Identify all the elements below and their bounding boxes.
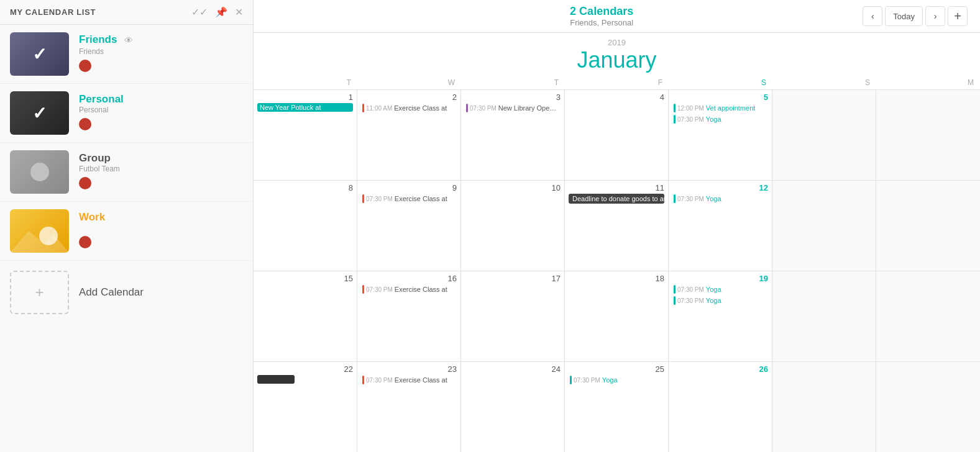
person-icon-group bbox=[30, 163, 49, 181]
event-yoga-jan5[interactable]: 07:30 PM Yoga bbox=[672, 114, 768, 124]
calendar-info-personal: Personal Personal bbox=[79, 93, 243, 133]
event-time: 07:30 PM bbox=[677, 116, 704, 123]
day-10[interactable]: 10 bbox=[461, 181, 565, 271]
calendar-item-personal[interactable]: ✓ Personal Personal bbox=[0, 84, 253, 143]
day-17[interactable]: 17 bbox=[461, 271, 565, 361]
week-row-4: 22 23 07:30 PM Exercise Class at 24 25 bbox=[254, 362, 980, 452]
event-vet-appointment[interactable]: 12:00 PM Vet appointment bbox=[672, 103, 768, 113]
event-bar bbox=[674, 104, 675, 112]
event-yoga-jan19a[interactable]: 07:30 PM Yoga bbox=[672, 284, 768, 294]
day-1[interactable]: 1 New Year Potluck at bbox=[254, 90, 357, 180]
day-18[interactable]: 18 bbox=[565, 271, 669, 361]
day-number-18: 18 bbox=[569, 274, 664, 283]
event-title: New Library Open House bbox=[498, 104, 559, 112]
event-exercise-jan9[interactable]: 07:30 PM Exercise Class at bbox=[361, 194, 457, 204]
event-deadline-donate[interactable]: Deadline to donate goods to annual bbox=[569, 194, 664, 204]
event-time: 07:30 PM bbox=[677, 286, 704, 293]
event-bar bbox=[362, 104, 364, 112]
calendar-item-friends[interactable]: ✓ Friends 👁 Friends bbox=[0, 25, 253, 84]
svg-marker-0 bbox=[10, 231, 69, 253]
day-number-22: 22 bbox=[257, 364, 353, 374]
check-icon-friends: ✓ bbox=[32, 44, 47, 65]
event-new-year-potluck[interactable]: New Year Potluck at bbox=[257, 103, 353, 112]
day-12[interactable]: 12 07:30 PM Yoga bbox=[669, 181, 772, 271]
pin-icon[interactable]: 📌 bbox=[215, 6, 227, 18]
calendar-sub-work bbox=[79, 224, 243, 232]
month-name: January bbox=[254, 47, 980, 73]
day-5[interactable]: 5 12:00 PM Vet appointment 07:30 PM Yoga bbox=[669, 90, 772, 180]
topbar-center: 2 Calendars Friends, Personal bbox=[570, 5, 633, 27]
day-11[interactable]: 11 Deadline to donate goods to annual bbox=[565, 181, 669, 271]
prev-button[interactable]: ‹ bbox=[863, 6, 882, 26]
day-25[interactable]: 25 07:30 PM Yoga bbox=[565, 362, 669, 452]
day-header-t1: T bbox=[254, 76, 357, 89]
event-title: Yoga bbox=[602, 376, 618, 384]
day-4[interactable]: 4 bbox=[565, 90, 669, 180]
day-header-t2: T bbox=[461, 76, 565, 89]
add-event-button[interactable]: + bbox=[948, 6, 968, 26]
day-16[interactable]: 16 07:30 PM Exercise Class at bbox=[357, 271, 461, 361]
event-title: Yoga bbox=[706, 115, 721, 123]
event-bar bbox=[362, 285, 364, 294]
plus-icon: + bbox=[35, 284, 44, 301]
close-sidebar-icon[interactable]: ✕ bbox=[235, 6, 243, 18]
event-time: 11:00 AM bbox=[366, 105, 392, 112]
eye-icon-friends[interactable]: 👁 bbox=[124, 35, 133, 45]
event-yoga-jan12[interactable]: 07:30 PM Yoga bbox=[672, 194, 768, 204]
day-empty-7 bbox=[772, 362, 876, 452]
calendar-thumb-work bbox=[10, 209, 69, 253]
day-9[interactable]: 9 07:30 PM Exercise Class at bbox=[357, 181, 461, 271]
next-button[interactable]: › bbox=[925, 6, 945, 26]
day-23[interactable]: 23 07:30 PM Exercise Class at bbox=[357, 362, 461, 452]
week-row-3: 15 16 07:30 PM Exercise Class at 17 18 bbox=[254, 271, 980, 362]
event-yoga-jan19b[interactable]: 07:30 PM Yoga bbox=[672, 296, 768, 305]
week-row-1: 1 New Year Potluck at 2 11:00 AM Exercis… bbox=[254, 90, 980, 181]
day-number-5: 5 bbox=[672, 93, 768, 102]
day-number-16: 16 bbox=[361, 274, 457, 283]
day-24[interactable]: 24 bbox=[461, 362, 565, 452]
event-bar bbox=[570, 376, 572, 384]
day-header-m: M bbox=[876, 76, 980, 89]
weeks-container: 1 New Year Potluck at 2 11:00 AM Exercis… bbox=[254, 90, 980, 452]
calendar-sub-group: Futbol Team bbox=[79, 165, 243, 173]
day-22[interactable]: 22 bbox=[254, 362, 357, 452]
day-2[interactable]: 2 11:00 AM Exercise Class at bbox=[357, 90, 461, 180]
day-header-w: W bbox=[357, 76, 461, 89]
day-empty-8 bbox=[876, 362, 980, 452]
event-bar bbox=[362, 194, 364, 203]
today-button[interactable]: Today bbox=[885, 6, 923, 26]
event-exercise-jan23[interactable]: 07:30 PM Exercise Class at bbox=[361, 375, 457, 385]
sidebar-header: MY CALENDAR LIST ✓✓ 📌 ✕ bbox=[0, 0, 253, 25]
calendars-names: Friends, Personal bbox=[570, 18, 633, 27]
day-number-26: 26 bbox=[672, 364, 768, 374]
event-bar-dark-jan22[interactable] bbox=[257, 375, 295, 384]
event-library-open-house[interactable]: 07:30 PM New Library Open House bbox=[465, 103, 561, 113]
day-15[interactable]: 15 bbox=[254, 271, 357, 361]
event-exercise-jan16[interactable]: 07:30 PM Exercise Class at bbox=[361, 284, 457, 294]
day-3[interactable]: 3 07:30 PM New Library Open House bbox=[461, 90, 565, 180]
topbar-nav: ‹ Today › + bbox=[863, 6, 968, 26]
calendar-name-personal: Personal bbox=[79, 93, 124, 105]
day-number-4: 4 bbox=[569, 93, 664, 102]
calendar-name-friends: Friends bbox=[79, 34, 117, 46]
add-calendar-icon-box: + bbox=[10, 271, 69, 314]
calendar-item-group[interactable]: Group Futbol Team bbox=[0, 143, 253, 202]
day-19[interactable]: 19 07:30 PM Yoga 07:30 PM Yoga bbox=[669, 271, 772, 361]
sidebar-title: MY CALENDAR LIST bbox=[10, 7, 96, 17]
day-number-8: 8 bbox=[257, 183, 353, 192]
day-26[interactable]: 26 bbox=[669, 362, 772, 452]
day-empty-2 bbox=[876, 90, 980, 180]
day-8[interactable]: 8 bbox=[254, 181, 357, 271]
day-headers: T W T F S S M bbox=[254, 76, 980, 90]
mountain-icon-work bbox=[10, 228, 69, 253]
check-icon-personal: ✓ bbox=[32, 103, 47, 124]
avatar-work bbox=[79, 236, 91, 248]
event-title: Vet appointment bbox=[706, 104, 756, 112]
day-number-1: 1 bbox=[257, 93, 353, 102]
event-time: 07:30 PM bbox=[677, 297, 704, 304]
calendar-item-work[interactable]: Work bbox=[0, 202, 253, 261]
event-exercise-jan2[interactable]: 11:00 AM Exercise Class at bbox=[361, 103, 457, 113]
event-yoga-jan25[interactable]: 07:30 PM Yoga bbox=[569, 375, 664, 385]
check-all-icon[interactable]: ✓✓ bbox=[191, 6, 208, 18]
add-calendar-button[interactable]: + Add Calendar bbox=[0, 261, 253, 324]
